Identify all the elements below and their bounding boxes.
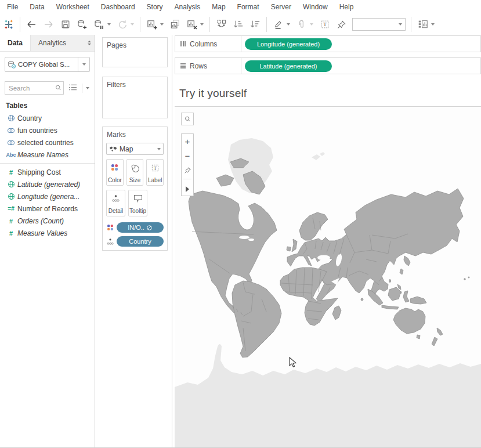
new-datasource-icon[interactable] bbox=[74, 16, 91, 32]
size-button[interactable]: Size bbox=[126, 159, 144, 186]
sort-ascending-icon[interactable] bbox=[230, 16, 247, 32]
zoom-home-button[interactable] bbox=[182, 163, 193, 178]
sort-descending-icon[interactable] bbox=[247, 16, 263, 32]
pill-longitude-generated[interactable]: Longitude (generated) bbox=[245, 38, 332, 50]
zoom-out-button[interactable]: − bbox=[182, 149, 193, 163]
text-label-icon: T bbox=[151, 164, 160, 172]
field-latitude-generated[interactable]: Latitude (generated) bbox=[0, 178, 95, 190]
show-mark-labels-icon[interactable]: T bbox=[316, 16, 333, 32]
duplicate-sheet-icon[interactable] bbox=[167, 16, 183, 32]
menu-analysis[interactable]: Analysis bbox=[169, 3, 207, 11]
field-fun-countries[interactable]: fun countries bbox=[0, 124, 95, 136]
new-worksheet-caret-icon[interactable] bbox=[160, 23, 164, 26]
tableau-logo-icon[interactable] bbox=[0, 16, 17, 32]
search-icon bbox=[184, 115, 191, 123]
fix-axes-icon[interactable] bbox=[333, 16, 350, 32]
color-button[interactable]: Color bbox=[106, 159, 124, 186]
rows-label: Rows bbox=[190, 62, 207, 70]
marks-card: Marks Map Color Size T Lab bbox=[102, 127, 168, 251]
pane-collapse-icon[interactable] bbox=[84, 35, 95, 51]
undo-icon[interactable] bbox=[23, 16, 40, 32]
swap-rows-columns-icon[interactable] bbox=[213, 16, 230, 32]
detail-button[interactable]: Detail bbox=[106, 190, 125, 216]
field-orders-count[interactable]: # Orders (Count) bbox=[0, 215, 95, 227]
rows-icon bbox=[180, 63, 186, 68]
menu-window[interactable]: Window bbox=[297, 3, 334, 11]
clear-sheet-caret-icon[interactable] bbox=[200, 23, 204, 26]
view-pane: Columns Longitude (generated) Rows Latit… bbox=[173, 35, 481, 447]
arctic-island bbox=[216, 175, 234, 186]
field-country[interactable]: Country bbox=[0, 112, 95, 124]
pause-updates-icon[interactable] bbox=[91, 16, 107, 32]
field-selected-countries[interactable]: selected countries bbox=[0, 136, 95, 149]
zoom-control-divider bbox=[183, 179, 191, 179]
sheet-title: Try it yourself bbox=[175, 87, 247, 100]
menu-data[interactable]: Data bbox=[24, 3, 50, 11]
columns-shelf[interactable]: Columns Longitude (generated) bbox=[175, 35, 481, 52]
redo-icon[interactable] bbox=[40, 16, 57, 32]
show-me-icon[interactable] bbox=[414, 16, 431, 32]
datasource-name: COPY Global S... bbox=[18, 61, 78, 68]
refresh-icon[interactable] bbox=[114, 16, 131, 32]
detail-dots-icon bbox=[112, 194, 120, 203]
pause-updates-caret-icon[interactable] bbox=[107, 23, 111, 26]
datasource-caret-icon[interactable] bbox=[78, 57, 89, 71]
great-britain bbox=[292, 239, 297, 252]
group-members-caret-icon[interactable] bbox=[310, 23, 313, 26]
save-icon[interactable] bbox=[57, 16, 74, 32]
taiwan bbox=[389, 279, 390, 282]
svg-text:T: T bbox=[323, 21, 327, 27]
zoom-expand-button[interactable] bbox=[182, 180, 193, 195]
south-america bbox=[232, 281, 281, 357]
group-members-icon[interactable] bbox=[293, 16, 310, 32]
menu-file[interactable]: File bbox=[1, 3, 24, 11]
australia bbox=[393, 308, 425, 334]
tab-analytics[interactable]: Analytics bbox=[31, 35, 74, 51]
pushpin-icon bbox=[184, 167, 191, 174]
field-shipping-cost[interactable]: # Shipping Cost bbox=[0, 166, 95, 178]
zoom-in-button[interactable]: + bbox=[182, 134, 193, 149]
sheet-title-bar: Try it yourself bbox=[175, 81, 481, 107]
pill-latitude-generated[interactable]: Latitude (generated) bbox=[245, 60, 332, 72]
menu-format[interactable]: Format bbox=[232, 3, 265, 11]
menu-worksheet[interactable]: Worksheet bbox=[50, 3, 95, 11]
tooltip-button[interactable]: Tooltip bbox=[128, 190, 147, 216]
map-view[interactable]: + − bbox=[175, 107, 481, 447]
pill-in-out-set[interactable]: IN/O.. bbox=[117, 222, 164, 233]
pages-shelf[interactable]: Pages bbox=[102, 37, 168, 67]
refresh-caret-icon[interactable] bbox=[131, 23, 134, 26]
color-dots-icon bbox=[111, 164, 118, 171]
map-zoom-control: + − bbox=[181, 133, 194, 196]
rows-shelf[interactable]: Rows Latitude (generated) bbox=[175, 57, 481, 74]
menu-map[interactable]: Map bbox=[206, 3, 231, 11]
datasource-selector[interactable]: COPY Global S... bbox=[5, 57, 90, 72]
fit-selector[interactable] bbox=[352, 18, 406, 31]
field-measure-values[interactable]: # Measure Values bbox=[0, 227, 95, 239]
highlight-icon[interactable] bbox=[270, 16, 287, 32]
color-dots-icon bbox=[107, 224, 114, 231]
new-worksheet-icon[interactable] bbox=[143, 16, 160, 32]
clear-sheet-icon[interactable] bbox=[183, 16, 200, 32]
field-longitude-generated[interactable]: Longitude (genera... bbox=[0, 190, 95, 203]
menu-story[interactable]: Story bbox=[141, 3, 169, 11]
menu-help[interactable]: Help bbox=[334, 3, 360, 11]
field-menu-caret-icon[interactable] bbox=[86, 87, 89, 89]
tab-data[interactable]: Data bbox=[0, 35, 31, 51]
toolbar-separator bbox=[266, 17, 267, 32]
globe-icon bbox=[5, 180, 17, 188]
mark-type-dropdown[interactable]: Map bbox=[106, 143, 164, 155]
menu-server[interactable]: Server bbox=[265, 3, 297, 11]
filters-shelf[interactable]: Filters bbox=[102, 77, 168, 118]
field-number-of-records[interactable]: =# Number of Records bbox=[0, 203, 95, 215]
show-me-caret-icon[interactable] bbox=[431, 23, 435, 26]
map-search-button[interactable] bbox=[181, 113, 194, 125]
view-as-list-icon[interactable] bbox=[68, 83, 77, 93]
pill-country[interactable]: Country bbox=[117, 236, 164, 247]
highlight-caret-icon[interactable] bbox=[287, 23, 290, 26]
menu-dashboard[interactable]: Dashboard bbox=[95, 3, 141, 11]
field-measure-names[interactable]: Abc Measure Names bbox=[0, 149, 95, 161]
japan-south bbox=[400, 269, 403, 274]
label-button[interactable]: T Label bbox=[146, 159, 164, 186]
island-speck bbox=[468, 277, 469, 278]
world-map[interactable] bbox=[175, 107, 481, 447]
